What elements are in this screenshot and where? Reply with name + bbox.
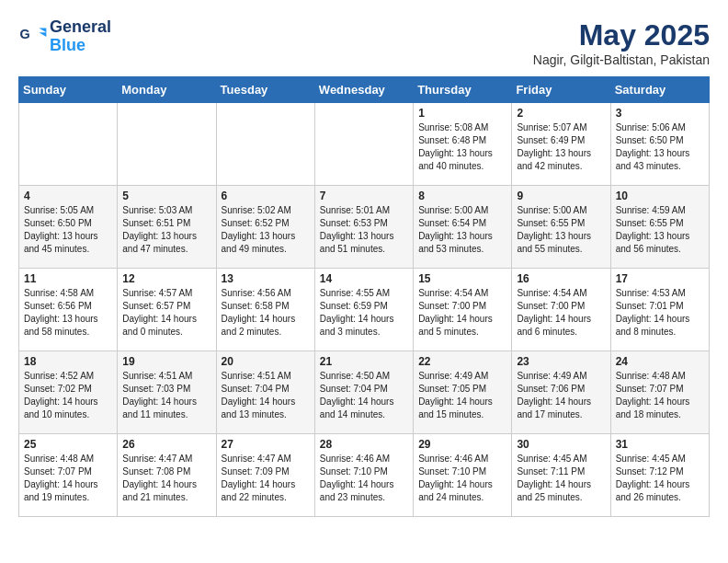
day-number: 22 [418, 355, 506, 368]
week-row-2: 4Sunrise: 5:05 AM Sunset: 6:50 PM Daylig… [19, 186, 710, 269]
calendar-cell: 18Sunrise: 4:52 AM Sunset: 7:02 PM Dayli… [19, 351, 118, 434]
day-number: 19 [122, 355, 210, 368]
calendar-cell: 4Sunrise: 5:05 AM Sunset: 6:50 PM Daylig… [19, 186, 118, 269]
calendar-cell: 25Sunrise: 4:48 AM Sunset: 7:07 PM Dayli… [19, 434, 118, 517]
day-number: 31 [616, 438, 704, 451]
day-info: Sunrise: 4:53 AM Sunset: 7:01 PM Dayligh… [616, 287, 704, 339]
day-info: Sunrise: 4:51 AM Sunset: 7:04 PM Dayligh… [222, 370, 310, 421]
day-number: 23 [517, 355, 605, 368]
calendar-cell: 12Sunrise: 4:57 AM Sunset: 6:57 PM Dayli… [118, 269, 216, 351]
calendar-cell: 9Sunrise: 5:00 AM Sunset: 6:55 PM Daylig… [512, 186, 610, 269]
calendar-cell: 8Sunrise: 5:00 AM Sunset: 6:54 PM Daylig… [414, 186, 512, 269]
day-info: Sunrise: 5:00 AM Sunset: 6:54 PM Dayligh… [418, 204, 506, 256]
calendar-cell [19, 103, 118, 186]
day-info: Sunrise: 4:45 AM Sunset: 7:11 PM Dayligh… [517, 453, 605, 504]
calendar-table: SundayMondayTuesdayWednesdayThursdayFrid… [18, 76, 710, 517]
week-row-5: 25Sunrise: 4:48 AM Sunset: 7:07 PM Dayli… [19, 434, 710, 517]
day-info: Sunrise: 5:07 AM Sunset: 6:49 PM Dayligh… [517, 121, 605, 173]
day-info: Sunrise: 4:54 AM Sunset: 7:00 PM Dayligh… [418, 287, 506, 339]
weekday-header-thursday: Thursday [414, 77, 512, 103]
day-number: 25 [24, 438, 112, 451]
day-number: 15 [418, 272, 506, 285]
calendar-cell: 16Sunrise: 4:54 AM Sunset: 7:00 PM Dayli… [512, 269, 610, 351]
calendar-cell [216, 103, 314, 186]
day-info: Sunrise: 5:05 AM Sunset: 6:50 PM Dayligh… [24, 204, 112, 256]
calendar-cell: 29Sunrise: 4:46 AM Sunset: 7:10 PM Dayli… [414, 434, 512, 517]
weekday-header-sunday: Sunday [19, 77, 118, 103]
calendar-cell: 27Sunrise: 4:47 AM Sunset: 7:09 PM Dayli… [216, 434, 314, 517]
day-info: Sunrise: 4:48 AM Sunset: 7:07 PM Dayligh… [616, 370, 704, 421]
page-header: G General Blue May 2025 Nagir, Gilgit-Ba… [18, 18, 710, 67]
day-info: Sunrise: 4:48 AM Sunset: 7:07 PM Dayligh… [24, 453, 112, 504]
day-number: 28 [320, 438, 408, 451]
day-number: 2 [517, 107, 605, 120]
day-info: Sunrise: 4:51 AM Sunset: 7:03 PM Dayligh… [122, 370, 210, 421]
calendar-cell: 19Sunrise: 4:51 AM Sunset: 7:03 PM Dayli… [118, 351, 216, 434]
day-number: 29 [418, 438, 506, 451]
day-number: 4 [24, 190, 112, 202]
day-info: Sunrise: 5:08 AM Sunset: 6:48 PM Dayligh… [418, 121, 506, 173]
calendar-cell: 5Sunrise: 5:03 AM Sunset: 6:51 PM Daylig… [118, 186, 216, 269]
day-number: 27 [222, 438, 310, 451]
calendar-body: 1Sunrise: 5:08 AM Sunset: 6:48 PM Daylig… [19, 103, 710, 517]
calendar-cell: 24Sunrise: 4:48 AM Sunset: 7:07 PM Dayli… [610, 351, 709, 434]
svg-marker-1 [39, 28, 46, 32]
day-info: Sunrise: 4:59 AM Sunset: 6:55 PM Dayligh… [616, 204, 704, 256]
calendar-cell: 7Sunrise: 5:01 AM Sunset: 6:53 PM Daylig… [314, 186, 413, 269]
day-info: Sunrise: 4:47 AM Sunset: 7:09 PM Dayligh… [222, 453, 310, 504]
day-info: Sunrise: 4:50 AM Sunset: 7:04 PM Dayligh… [320, 370, 408, 421]
day-info: Sunrise: 5:06 AM Sunset: 6:50 PM Dayligh… [616, 121, 704, 173]
day-info: Sunrise: 4:49 AM Sunset: 7:06 PM Dayligh… [517, 370, 605, 421]
day-info: Sunrise: 4:57 AM Sunset: 6:57 PM Dayligh… [122, 287, 210, 339]
calendar-cell: 20Sunrise: 4:51 AM Sunset: 7:04 PM Dayli… [216, 351, 314, 434]
day-number: 24 [616, 355, 704, 368]
day-number: 20 [222, 355, 310, 368]
calendar-cell: 15Sunrise: 4:54 AM Sunset: 7:00 PM Dayli… [414, 269, 512, 351]
weekday-header-saturday: Saturday [610, 77, 709, 103]
calendar-cell: 1Sunrise: 5:08 AM Sunset: 6:48 PM Daylig… [414, 103, 512, 186]
logo-icon: G [18, 22, 48, 52]
calendar-cell: 2Sunrise: 5:07 AM Sunset: 6:49 PM Daylig… [512, 103, 610, 186]
day-info: Sunrise: 5:00 AM Sunset: 6:55 PM Dayligh… [517, 204, 605, 256]
week-row-1: 1Sunrise: 5:08 AM Sunset: 6:48 PM Daylig… [19, 103, 710, 186]
calendar-cell: 28Sunrise: 4:46 AM Sunset: 7:10 PM Dayli… [314, 434, 413, 517]
day-info: Sunrise: 5:02 AM Sunset: 6:52 PM Dayligh… [222, 204, 310, 256]
weekday-header-row: SundayMondayTuesdayWednesdayThursdayFrid… [19, 77, 710, 103]
day-info: Sunrise: 4:47 AM Sunset: 7:08 PM Dayligh… [122, 453, 210, 504]
week-row-4: 18Sunrise: 4:52 AM Sunset: 7:02 PM Dayli… [19, 351, 710, 434]
calendar-cell: 14Sunrise: 4:55 AM Sunset: 6:59 PM Dayli… [314, 269, 413, 351]
weekday-header-wednesday: Wednesday [314, 77, 413, 103]
day-number: 21 [320, 355, 408, 368]
month-year: May 2025 [533, 18, 710, 52]
day-info: Sunrise: 4:58 AM Sunset: 6:56 PM Dayligh… [24, 287, 112, 339]
calendar-cell [118, 103, 216, 186]
day-info: Sunrise: 4:46 AM Sunset: 7:10 PM Dayligh… [418, 453, 506, 504]
day-number: 7 [320, 190, 408, 202]
day-number: 3 [616, 107, 704, 120]
day-number: 6 [222, 190, 310, 202]
calendar-cell: 6Sunrise: 5:02 AM Sunset: 6:52 PM Daylig… [216, 186, 314, 269]
day-number: 16 [517, 272, 605, 285]
calendar-cell: 10Sunrise: 4:59 AM Sunset: 6:55 PM Dayli… [610, 186, 709, 269]
day-number: 1 [418, 107, 506, 120]
day-info: Sunrise: 4:52 AM Sunset: 7:02 PM Dayligh… [24, 370, 112, 421]
day-number: 10 [616, 190, 704, 202]
svg-marker-2 [39, 32, 46, 37]
calendar-cell: 13Sunrise: 4:56 AM Sunset: 6:58 PM Dayli… [216, 269, 314, 351]
day-number: 13 [222, 272, 310, 285]
calendar-cell: 11Sunrise: 4:58 AM Sunset: 6:56 PM Dayli… [19, 269, 118, 351]
svg-text:G: G [20, 26, 30, 40]
calendar-cell: 26Sunrise: 4:47 AM Sunset: 7:08 PM Dayli… [118, 434, 216, 517]
calendar-cell: 22Sunrise: 4:49 AM Sunset: 7:05 PM Dayli… [414, 351, 512, 434]
day-number: 8 [418, 190, 506, 202]
calendar-cell: 30Sunrise: 4:45 AM Sunset: 7:11 PM Dayli… [512, 434, 610, 517]
day-number: 30 [517, 438, 605, 451]
weekday-header-monday: Monday [118, 77, 216, 103]
calendar-cell: 17Sunrise: 4:53 AM Sunset: 7:01 PM Dayli… [610, 269, 709, 351]
day-info: Sunrise: 4:54 AM Sunset: 7:00 PM Dayligh… [517, 287, 605, 339]
calendar-cell: 31Sunrise: 4:45 AM Sunset: 7:12 PM Dayli… [610, 434, 709, 517]
day-info: Sunrise: 4:46 AM Sunset: 7:10 PM Dayligh… [320, 453, 408, 504]
day-info: Sunrise: 4:56 AM Sunset: 6:58 PM Dayligh… [222, 287, 310, 339]
day-number: 17 [616, 272, 704, 285]
title-block: May 2025 Nagir, Gilgit-Baltistan, Pakist… [533, 18, 710, 67]
